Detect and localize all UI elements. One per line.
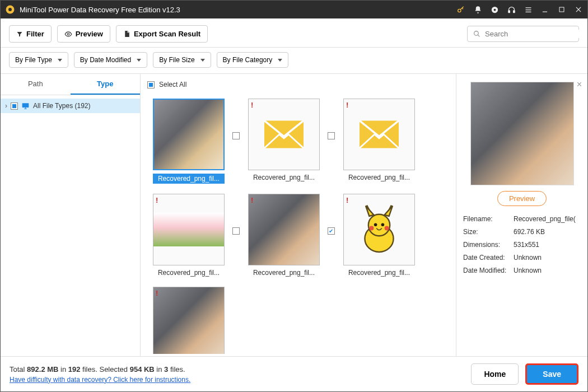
filter-row: By File Type By Date Modified By File Si… (1, 48, 587, 74)
svg-rect-5 (508, 10, 510, 12)
warning-icon: ! (251, 196, 253, 204)
export-icon (123, 30, 130, 38)
preview-image (470, 82, 574, 185)
close-icon[interactable] (574, 5, 583, 14)
svg-point-8 (67, 33, 69, 35)
warning-icon: ! (346, 101, 348, 109)
svg-point-14 (368, 214, 390, 236)
filter-button[interactable]: Filter (9, 25, 52, 43)
tab-type[interactable]: Type (71, 74, 141, 95)
detail-modified-value: Unknown (514, 267, 581, 274)
tab-path[interactable]: Path (1, 74, 71, 95)
thumbnail-image: ! (153, 99, 225, 170)
thumbnail-image: ! (248, 99, 320, 170)
detail-created-label: Date Created: (463, 254, 514, 262)
tree-label: All File Types (192) (33, 102, 91, 110)
chevron-right-icon: › (5, 102, 7, 110)
svg-point-19 (374, 223, 377, 226)
thumbnail-label: Recovered_png_fil... (248, 174, 320, 181)
title-bar: MiniTool Power Data Recovery Free Editio… (1, 1, 587, 18)
bell-icon[interactable] (473, 5, 482, 14)
detail-created-value: Unknown (514, 254, 581, 262)
thumbnail-label: Recovered_png_fil... (343, 174, 415, 181)
preview-button[interactable]: Preview (497, 191, 547, 206)
main-area: Path Type › All File Types (192) Select … (1, 74, 587, 356)
menu-icon[interactable] (524, 5, 533, 14)
tree-item-all-file-types[interactable]: › All File Types (192) (1, 99, 140, 113)
thumbnail-image: ! (343, 99, 415, 170)
preview-panel: × Preview Filename: Recovered_png_file( … (456, 74, 587, 356)
svg-rect-6 (513, 10, 515, 12)
svg-marker-16 (385, 206, 393, 216)
file-thumbnail[interactable]: ! (147, 287, 230, 354)
minimize-icon[interactable] (540, 5, 549, 14)
funnel-icon (16, 31, 23, 38)
search-icon (473, 30, 480, 38)
filter-file-type[interactable]: By File Type (9, 52, 68, 68)
file-thumbnail[interactable]: !Recovered_png_fil... (338, 194, 421, 277)
svg-rect-10 (22, 103, 29, 108)
thumbnail-image: ! (248, 194, 320, 265)
svg-point-22 (385, 226, 389, 231)
detail-modified-label: Date Modified: (463, 267, 514, 274)
home-button[interactable]: Home (471, 363, 519, 385)
tree-checkbox[interactable] (11, 102, 18, 110)
warning-icon: ! (251, 101, 253, 109)
key-icon[interactable] (456, 5, 465, 14)
filter-date-modified[interactable]: By Date Modified (74, 52, 147, 68)
file-thumbnail[interactable]: !Recovered_png_fil... (242, 194, 325, 277)
app-logo-icon (5, 4, 15, 15)
stats-text: Total 892.2 MB in 192 files. Selected 95… (10, 365, 190, 374)
headset-icon[interactable] (507, 5, 516, 14)
app-title: MiniTool Power Data Recovery Free Editio… (20, 6, 456, 14)
preview-label: Preview (76, 30, 103, 38)
thumbnail-image: ! (153, 194, 225, 265)
file-checkbox[interactable] (328, 132, 335, 139)
detail-size-value: 692.76 KB (514, 228, 581, 236)
svg-point-4 (493, 8, 496, 11)
export-label: Export Scan Result (134, 30, 200, 38)
thumbnail-label: Recovered_png_fil... (153, 269, 225, 277)
results-pane: Select All !Recovered_png_fil...!Recover… (141, 74, 456, 356)
save-button[interactable]: Save (525, 363, 578, 385)
detail-dim-label: Dimensions: (463, 241, 514, 249)
file-thumbnail[interactable]: !Recovered_png_fil... (147, 99, 230, 184)
file-thumbnail[interactable]: !Recovered_png_fil... (242, 99, 325, 184)
maximize-icon[interactable] (557, 5, 566, 14)
warning-icon: ! (346, 196, 348, 204)
warning-icon: ! (156, 196, 158, 204)
search-input-wrap[interactable] (467, 26, 579, 42)
file-checkbox[interactable] (328, 227, 335, 235)
file-checkbox[interactable] (232, 132, 240, 139)
sidebar: Path Type › All File Types (192) (1, 74, 141, 356)
preview-toolbar-button[interactable]: Preview (57, 25, 110, 43)
svg-rect-7 (559, 7, 564, 12)
detail-filename-value: Recovered_png_file( (514, 215, 581, 223)
export-button[interactable]: Export Scan Result (116, 25, 208, 43)
help-link[interactable]: Have difficulty with data recovery? Clic… (10, 376, 190, 384)
close-preview-icon[interactable]: × (577, 80, 582, 90)
eye-icon (64, 30, 72, 38)
file-thumbnail[interactable]: !Recovered_png_fil... (147, 194, 230, 277)
svg-point-1 (8, 8, 12, 11)
detail-dim-value: 531x551 (514, 241, 581, 249)
disc-icon[interactable] (490, 5, 499, 14)
file-checkbox[interactable] (232, 227, 240, 235)
select-all-checkbox[interactable] (147, 81, 155, 88)
thumbnail-image: ! (343, 194, 415, 265)
svg-point-21 (369, 226, 374, 231)
warning-icon: ! (156, 289, 158, 297)
detail-filename-label: Filename: (463, 215, 514, 223)
detail-size-label: Size: (463, 228, 514, 236)
filter-file-size[interactable]: By File Size (153, 52, 211, 68)
svg-marker-15 (366, 206, 374, 216)
monitor-icon (21, 102, 30, 110)
search-input[interactable] (485, 30, 579, 38)
thumbnail-label: Recovered_png_fil... (248, 269, 320, 277)
svg-point-20 (381, 223, 385, 226)
file-thumbnail[interactable]: !Recovered_png_fil... (338, 99, 421, 184)
thumbnail-grid: !Recovered_png_fil...!Recovered_png_fil.… (145, 93, 451, 354)
filter-label: Filter (26, 30, 44, 38)
select-all-label: Select All (159, 81, 186, 88)
filter-file-category[interactable]: By File Category (217, 52, 289, 68)
